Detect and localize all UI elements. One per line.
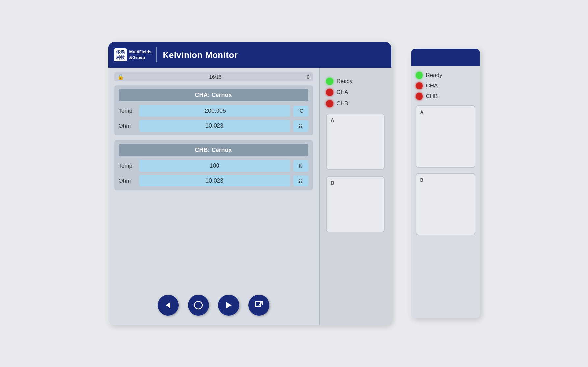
ohm-label-a: Ohm bbox=[119, 123, 136, 129]
channel-b-header: CHB: Cernox bbox=[119, 144, 308, 156]
stop-icon bbox=[193, 300, 203, 310]
channel-a-temp-row: Temp -200.005 °C bbox=[119, 105, 308, 117]
back-button[interactable] bbox=[158, 295, 179, 316]
channel-a-ohm-row: Ohm 10.023 Ω bbox=[119, 120, 308, 132]
temp-value-b[interactable]: 100 bbox=[139, 160, 290, 172]
left-panel: 🔒 16/16 0 CHA: Cernox Temp -200.005 °C O… bbox=[108, 68, 319, 325]
secondary-device: Ready CHA CHB A B bbox=[411, 49, 480, 318]
sec-ready-label: Ready bbox=[426, 72, 442, 79]
app-title: Kelvinion Monitor bbox=[163, 50, 238, 60]
connector-a-panel: A bbox=[326, 114, 385, 170]
status-count: 16/16 bbox=[127, 74, 304, 80]
sec-ready-dot bbox=[416, 72, 423, 79]
right-panel: Ready CHA CHB A B bbox=[319, 68, 391, 325]
sec-connector-a-label: A bbox=[420, 109, 424, 115]
sec-chb-label: CHB bbox=[426, 93, 438, 100]
temp-unit-a: °C bbox=[293, 106, 308, 117]
play-icon bbox=[224, 300, 234, 310]
back-icon bbox=[163, 300, 173, 310]
ohm-unit-a: Ω bbox=[293, 120, 308, 132]
chb-indicator-row: CHB bbox=[326, 100, 385, 107]
ohm-label-b: Ohm bbox=[119, 178, 136, 184]
ready-indicator-dot bbox=[326, 78, 333, 85]
sec-chb-dot bbox=[416, 93, 423, 100]
sec-ready-indicator-row: Ready bbox=[416, 72, 475, 79]
lock-icon: 🔒 bbox=[117, 74, 124, 80]
secondary-body: Ready CHA CHB A B bbox=[411, 66, 480, 318]
ohm-value-a[interactable]: 10.023 bbox=[139, 120, 290, 132]
temp-label-b: Temp bbox=[119, 163, 136, 169]
logo-chinese-bottom: 科技 bbox=[116, 55, 125, 60]
chb-indicator-label: CHB bbox=[337, 100, 348, 107]
temp-unit-b: K bbox=[293, 160, 308, 172]
logo-chinese-top: 多场 bbox=[116, 50, 125, 55]
cha-indicator-label: CHA bbox=[337, 89, 348, 96]
status-bar: 🔒 16/16 0 bbox=[114, 72, 313, 81]
export-icon bbox=[254, 300, 264, 310]
sec-cha-indicator-row: CHA bbox=[416, 82, 475, 89]
top-bar: 多场 科技 MultiFields &Group Kelvinion Monit… bbox=[108, 42, 391, 68]
sec-connector-a: A bbox=[416, 105, 475, 168]
cha-indicator-dot bbox=[326, 89, 333, 96]
channel-b-temp-row: Temp 100 K bbox=[119, 160, 308, 172]
connector-b-label: B bbox=[331, 180, 335, 186]
main-device: 多场 科技 MultiFields &Group Kelvinion Monit… bbox=[108, 42, 391, 325]
svg-marker-2 bbox=[226, 302, 232, 308]
sec-cha-label: CHA bbox=[426, 83, 438, 89]
play-button[interactable] bbox=[218, 295, 239, 316]
secondary-top-bar bbox=[411, 49, 480, 66]
export-button[interactable] bbox=[248, 295, 269, 316]
svg-marker-0 bbox=[166, 302, 170, 308]
ohm-value-b[interactable]: 10.023 bbox=[139, 175, 290, 186]
svg-point-1 bbox=[194, 301, 202, 309]
sec-cha-dot bbox=[416, 82, 423, 89]
sec-connector-b: B bbox=[416, 173, 475, 235]
temp-label-a: Temp bbox=[119, 108, 136, 114]
logo-box: 多场 科技 bbox=[114, 48, 127, 61]
ready-indicator-row: Ready bbox=[326, 78, 385, 85]
sec-chb-indicator-row: CHB bbox=[416, 93, 475, 100]
connector-a-label: A bbox=[331, 118, 335, 124]
channel-a-header: CHA: Cernox bbox=[119, 89, 308, 101]
ohm-unit-b: Ω bbox=[293, 175, 308, 186]
cha-indicator-row: CHA bbox=[326, 89, 385, 96]
logo-text: MultiFields &Group bbox=[129, 49, 152, 61]
sec-connector-b-label: B bbox=[420, 177, 424, 183]
device-body: 🔒 16/16 0 CHA: Cernox Temp -200.005 °C O… bbox=[108, 68, 391, 325]
channel-b-card: CHB: Cernox Temp 100 K Ohm 10.023 Ω bbox=[114, 140, 313, 190]
chb-indicator-dot bbox=[326, 100, 333, 107]
channel-b-ohm-row: Ohm 10.023 Ω bbox=[119, 175, 308, 186]
connector-b-panel: B bbox=[326, 176, 385, 232]
channel-a-card: CHA: Cernox Temp -200.005 °C Ohm 10.023 … bbox=[114, 85, 313, 135]
header-divider bbox=[156, 47, 157, 62]
ready-indicator-label: Ready bbox=[337, 78, 353, 85]
stop-button[interactable] bbox=[188, 295, 209, 316]
bottom-controls bbox=[114, 288, 313, 319]
temp-value-a[interactable]: -200.005 bbox=[139, 105, 290, 117]
status-zero: 0 bbox=[307, 74, 309, 80]
